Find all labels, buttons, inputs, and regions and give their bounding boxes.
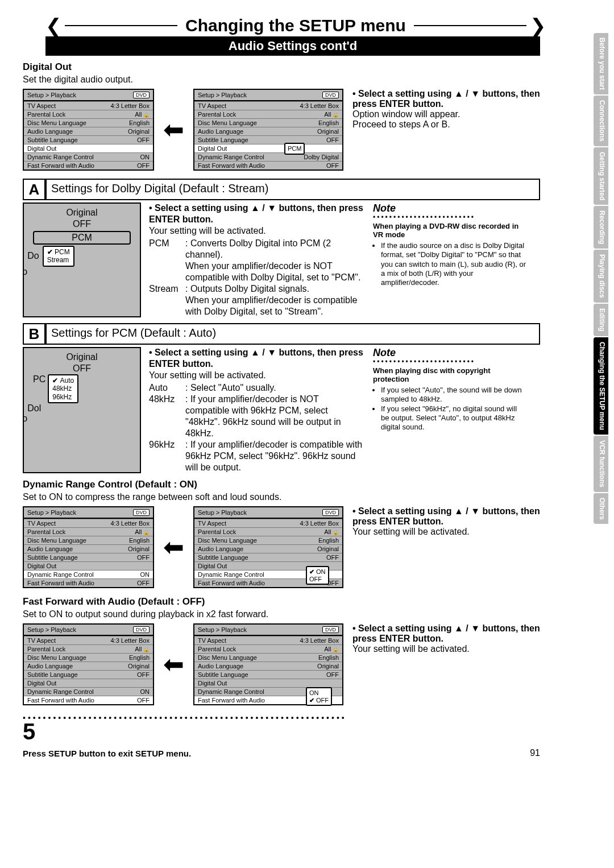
ffa-instruction-bold: Select a setting using ▲ / ▼ buttons, th…: [352, 623, 540, 643]
arrow-left-icon: ⬅: [163, 117, 184, 142]
step-letter-b: B: [23, 323, 45, 345]
digital-out-popup: PCM: [284, 143, 305, 155]
arrow-left-icon: ⬅: [163, 535, 184, 560]
pcm-menu-snippet: Original OFF PC Auto 48kHz 96kHz trol Do…: [23, 347, 141, 473]
section-a-note: Note ••••••••••••••••••••••••• When play…: [373, 202, 526, 317]
page-title-band: ❮ Changing the SETUP menu ❯: [45, 16, 546, 35]
section-b-lead: Select a setting using ▲ / ▼ buttons, th…: [149, 348, 363, 369]
tab-before-you-start: Before you start: [594, 33, 608, 94]
ffa-body: Set to ON to output sound during playbac…: [23, 609, 540, 620]
arrow-left-icon: ⬅: [163, 652, 184, 677]
page-title: Changing the SETUP menu: [185, 16, 406, 35]
ffa-instruction-body: Your setting will be activated.: [352, 644, 540, 654]
digital-out-heading: Digital Out: [23, 61, 540, 73]
tab-connections: Connections: [594, 96, 608, 146]
dvd-chip-icon: DVD: [133, 92, 150, 98]
section-tabs: Before you start Connections Getting sta…: [594, 33, 608, 524]
digital-out-instruction-l1: Option window will appear.: [352, 109, 540, 119]
tab-changing-setup-menu: Changing the SETUP menu: [594, 337, 608, 435]
digital-out-body: Set the digital audio output.: [23, 74, 540, 85]
drc-body: Set to ON to compress the range between …: [23, 491, 540, 503]
section-a-lead: Select a setting using ▲ / ▼ buttons, th…: [149, 203, 363, 224]
section-b-title: Settings for PCM (Default : Auto): [45, 323, 540, 345]
step-letter-a: A: [23, 179, 45, 200]
title-wing-left-icon: ❮: [45, 16, 61, 35]
tab-recording: Recording: [594, 206, 608, 249]
tab-editing: Editing: [594, 304, 608, 336]
page-subtitle: Audio Settings cont'd: [45, 36, 540, 56]
ffa-heading: Fast Forward with Audio (Default : OFF): [23, 596, 540, 607]
menu-digital-out-left: Setup > PlaybackDVD TV Aspect4:3 Letter …: [23, 89, 154, 171]
ffa-popup: ON OFF: [306, 687, 332, 706]
step-number-5: 5: [23, 719, 540, 745]
section-a-title: Settings for Dolby Digital (Default : St…: [45, 179, 540, 200]
menu-drc-left: Setup > PlaybackDVD TV Aspect4:3 Letter …: [23, 506, 154, 588]
tab-getting-started: Getting started: [594, 147, 608, 205]
dolby-digital-menu-snippet: Original OFF PCM trol Do PCM Stream udio: [23, 202, 141, 317]
section-b-body1: Your setting will be activated.: [149, 370, 365, 381]
tab-playing-discs: Playing discs: [594, 250, 608, 303]
menu-digital-out-right: Setup > PlaybackDVD TV Aspect4:3 Letter …: [193, 89, 343, 171]
drc-heading: Dynamic Range Control (Default : ON): [23, 479, 540, 490]
drc-instruction-bold: Select a setting using ▲ / ▼ buttons, th…: [352, 506, 540, 526]
page-number: 91: [530, 748, 540, 758]
digital-out-instruction-l2: Proceed to steps A or B.: [352, 119, 540, 130]
tab-vcr-functions: VCR functions: [594, 436, 608, 492]
tab-others: Others: [594, 493, 608, 524]
menu-breadcrumb: Setup > Playback: [27, 92, 76, 98]
footer-instruction: Press SETUP button to exit SETUP menu.: [23, 749, 191, 758]
menu-ffa-left: Setup > PlaybackDVD TV Aspect4:3 Letter …: [23, 623, 154, 705]
drc-instruction-body: Your setting will be activated.: [352, 527, 540, 537]
title-wing-right-icon: ❯: [530, 16, 546, 35]
section-b-note: Note ••••••••••••••••••••••••• When play…: [373, 347, 526, 473]
drc-popup: ON OFF: [306, 566, 329, 585]
digital-out-instruction-bold: Select a setting using ▲ / ▼ buttons, th…: [352, 89, 540, 109]
section-a-body1: Your setting will be activated.: [149, 225, 365, 237]
